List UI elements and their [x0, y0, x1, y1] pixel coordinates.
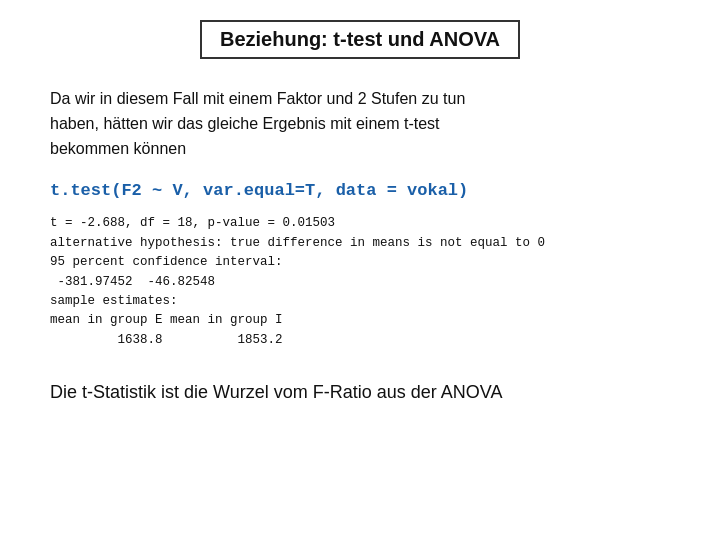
title-box: Beziehung: t-test und ANOVA [200, 20, 520, 59]
code-output: t = -2.688, df = 18, p-value = 0.01503 a… [40, 214, 680, 350]
body-paragraph: Da wir in diesem Fall mit einem Faktor u… [40, 87, 680, 161]
slide-container: Beziehung: t-test und ANOVA Da wir in di… [40, 20, 680, 520]
footer-text: Die t-Statistik ist die Wurzel vom F-Rat… [40, 382, 680, 403]
code-command: t.test(F2 ~ V, var.equal=T, data = vokal… [40, 181, 680, 200]
slide-title: Beziehung: t-test und ANOVA [220, 28, 500, 50]
